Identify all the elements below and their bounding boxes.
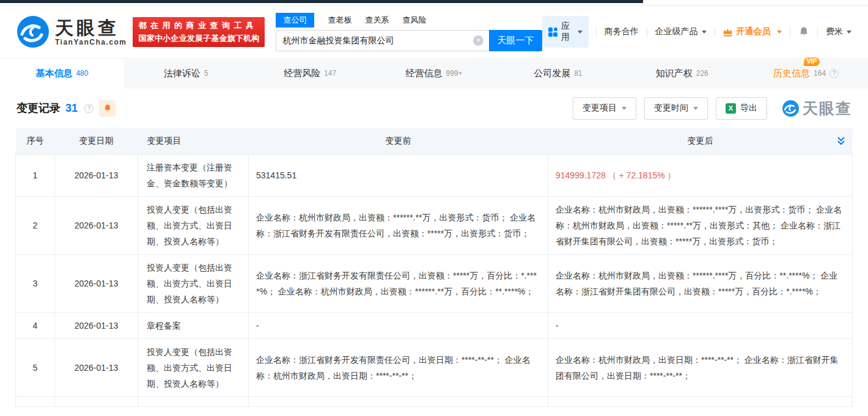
tianyancha-logo[interactable]: 天眼查 TianYanCha.com [17,16,127,48]
bell-icon [103,104,112,112]
main-tabs: 基本信息480法律诉讼5经营风险147经营信息999+公司发展81知识产权226… [0,58,868,89]
cell-before: 企业名称：浙江省财务开发有限责任公司，出资额：*****万，百分比：*.****… [249,254,548,312]
change-records-table: 序号变更日期变更项目变更前变更后 12026-01-13注册资本变更（注册资金、… [15,128,853,407]
search-tab-company[interactable]: 查公司 [276,13,314,27]
tab-count: 147 [324,69,336,78]
cell-no: 1 [16,154,55,196]
chevron-down-icon [702,31,707,34]
tab-label: 知识产权 [656,68,693,78]
chevron-down-icon [578,31,583,34]
filter-change-item-button[interactable]: 变更项目 [573,97,636,120]
tab-lawsuits[interactable]: 法律诉讼5 [124,59,248,89]
browser-top-strip [0,0,643,3]
section-count: 31 [65,102,78,115]
tab-label: 公司发展 [534,68,570,78]
clear-icon[interactable]: × [473,35,484,46]
cell-item: 投资人变更（包括出资额、出资方式、出资日期、投资人名称等） [138,196,249,254]
user-menu[interactable]: 费米 [818,26,859,37]
watermark-text: 天眼查 [803,98,852,119]
table-row: 32026-01-13投资人变更（包括出资额、出资方式、出资日期、投资人名称等）… [16,254,853,312]
tab-operating-risk[interactable]: 经营风险147 [248,59,372,89]
tab-count: 81 [574,69,582,78]
subscribe-bell-button[interactable] [99,100,116,117]
table-body: 12026-01-13注册资本变更（注册资金、资金数额等变更）531415.51… [16,154,853,406]
cell-date: 2026-01-13 [55,312,138,338]
search-tab-risk[interactable]: 查风险 [402,15,426,26]
user-name: 费米 [826,26,843,37]
cell-before: 531415.51 [249,154,548,196]
header-nav: 应用 商务合作 企业级产品 开通会员 费米 [542,16,859,48]
tab-basic-info[interactable]: 基本信息480 [0,59,124,89]
tab-count: 480 [76,69,88,78]
help-icon[interactable]: ? [84,104,94,113]
tab-intellectual-property[interactable]: 知识产权226 [620,59,744,89]
cell-item: 投资人变更（包括出资额、出资方式、出资日期、投资人名称等） [138,254,249,312]
watermark-logo: 天眼查 [782,98,852,119]
table-row: 22026-01-13投资人变更（包括出资额、出资方式、出资日期、投资人名称等）… [16,196,853,254]
search-area: 查公司查老板查关系查风险 × 天眼一下 [276,12,542,51]
cell-after: 企业名称：杭州市财政局，出资额：******.****万，百分比：**.****… [548,254,853,312]
search-tab-relations[interactable]: 查关系 [365,15,389,26]
search-field: × [276,30,489,51]
search-tab-boss[interactable]: 查老板 [328,15,351,26]
cell-date: 2026-01-13 [55,154,138,196]
tab-business-info[interactable]: 经营信息999+ [372,59,496,89]
chevron-down-icon [777,31,782,34]
chevron-down-icon [693,107,698,110]
cell-date: 2026-01-13 [55,338,138,396]
column-header: 序号 [16,128,55,154]
vip-badge: VIP [804,57,820,66]
expand-all-icon[interactable] [837,136,845,146]
search-input[interactable] [276,36,473,46]
export-button[interactable]: X 导出 [716,97,767,120]
table-row-partial [16,396,853,406]
column-header: 变更前 [249,128,548,154]
logo-title: 天眼查 [55,18,127,38]
search-tabs: 查公司查老板查关系查风险 [276,12,542,27]
tab-count: 5 [204,69,208,78]
cell-after: - [548,312,853,338]
table-header-row: 序号变更日期变更项目变更前变更后 [16,128,853,154]
section-title: 变更记录 [17,101,61,115]
apps-grid-icon [548,27,557,37]
cell-item: 章程备案 [138,312,249,338]
slogan-banner: 都在用的商业查询工具 国家中小企业发展子基金旗下机构 [133,17,265,47]
slogan-line1: 都在用的商业查询工具 [138,20,259,31]
cell-no: 5 [16,338,55,396]
column-header: 变更项目 [138,128,249,154]
filter-change-time-button[interactable]: 变更时间 [644,97,708,120]
cell-no: 2 [16,196,55,254]
cell-after: 914999.1728 （ + 72.1815% ） [548,154,853,196]
apps-button[interactable]: 应用 [542,16,589,48]
tab-label: 法律诉讼 [164,68,200,78]
open-membership-button[interactable]: 开通会员 [715,26,790,37]
notifications-bell-icon[interactable] [790,26,817,37]
cell-item: 注册资本变更（注册资金、资金数额等变更） [138,154,249,196]
tab-company-development[interactable]: 公司发展81 [496,59,620,89]
table-row: 42026-01-13章程备案-- [16,312,853,338]
tab-label: 历史信息 [773,68,810,78]
cell-date: 2026-01-13 [55,254,138,312]
table-row: 12026-01-13注册资本变更（注册资金、资金数额等变更）531415.51… [16,154,853,196]
cell-before: 企业名称：浙江省财务开发有限责任公司，出资日期：****-**-**； 企业名称… [249,338,548,396]
tab-history-info[interactable]: 历史信息VIP164? [744,59,868,89]
tab-count: 999+ [446,69,462,78]
logo-domain: TianYanCha.com [55,38,127,46]
tab-count: 226 [696,69,708,78]
tab-label: 基本信息 [35,68,72,78]
tab-label: 经营信息 [405,68,442,78]
tianyancha-watermark-icon [782,100,799,117]
tianyancha-logo-icon [17,16,49,48]
cell-after: 企业名称：杭州市财政局，出资日期：****-**-**； 企业名称：浙江省财开集… [548,338,853,396]
page-header: 天眼查 TianYanCha.com 都在用的商业查询工具 国家中小企业发展子基… [0,5,868,58]
cell-item: 投资人变更（包括出资额、出资方式、出资日期、投资人名称等） [138,338,249,396]
cell-no: 3 [16,254,55,312]
slogan-line2: 国家中小企业发展子基金旗下机构 [138,33,259,44]
tab-count: 164 [814,69,826,78]
search-button[interactable]: 天眼一下 [489,30,542,51]
help-icon: ? [829,69,839,78]
nav-item-enterprise[interactable]: 企业级产品 [647,26,715,37]
cell-before: 企业名称：杭州市财政局，出资额：******.**万，出资形式：货币； 企业名称… [249,196,548,254]
cell-no: 4 [16,312,55,338]
nav-item-cooperation[interactable]: 商务合作 [597,26,647,37]
